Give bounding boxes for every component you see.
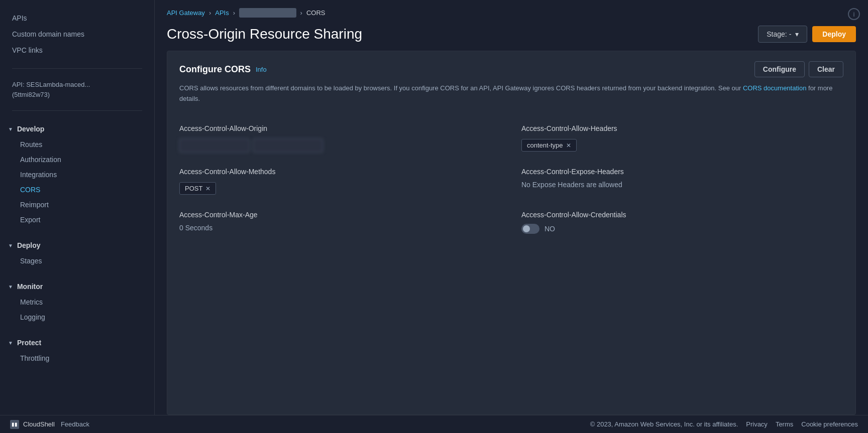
- header-tag-close[interactable]: ✕: [566, 142, 571, 149]
- breadcrumb-sep-2: ›: [233, 9, 235, 17]
- cors-expose-headers-label: Access-Control-Expose-Headers: [521, 168, 843, 176]
- sidebar-item-export[interactable]: Export: [0, 212, 154, 227]
- sidebar-item-routes[interactable]: Routes: [0, 137, 154, 152]
- origin-tag-0[interactable]: [179, 138, 250, 153]
- sidebar-section-monitor: ▼ Monitor Metrics Logging: [0, 273, 154, 330]
- cors-panel-title: Configure CORS: [179, 64, 251, 75]
- cors-max-age-value: 0 Seconds: [179, 224, 501, 232]
- cors-allow-headers-label: Access-Control-Allow-Headers: [521, 124, 843, 132]
- cors-allow-origin-label: Access-Control-Allow-Origin: [179, 124, 501, 132]
- sidebar-item-logging[interactable]: Logging: [0, 310, 154, 325]
- chevron-down-icon-deploy: ▼: [8, 243, 13, 248]
- page-title: Cross-Origin Resource Sharing: [167, 26, 362, 42]
- breadcrumb-api-gateway[interactable]: API Gateway: [167, 9, 205, 17]
- stage-dropdown-label: Stage: -: [767, 30, 791, 38]
- sidebar-section-monitor-header[interactable]: ▼ Monitor: [0, 278, 154, 295]
- page-header: Cross-Origin Resource Sharing Stage: - ▾…: [155, 22, 868, 51]
- footer-right: © 2023, Amazon Web Services, Inc. or its…: [590, 420, 858, 428]
- breadcrumb-sep-3: ›: [300, 9, 302, 17]
- cloudshell-icon: ▮▮: [10, 420, 19, 429]
- breadcrumb-apis[interactable]: APIs: [215, 9, 229, 17]
- cors-info-link[interactable]: Info: [256, 66, 267, 73]
- sidebar-section-develop-header[interactable]: ▼ Develop: [0, 121, 154, 137]
- cors-allow-credentials-toggle-row: NO: [521, 224, 843, 234]
- sidebar-section-protect: ▼ Protect Throttling: [0, 330, 154, 371]
- method-tag-0[interactable]: POST ✕: [179, 182, 216, 195]
- method-tag-close[interactable]: ✕: [205, 186, 210, 192]
- configure-button[interactable]: Configure: [754, 61, 805, 77]
- cors-max-age-label: Access-Control-Max-Age: [179, 211, 501, 219]
- footer: ▮▮ CloudShell Feedback © 2023, Amazon We…: [0, 415, 868, 433]
- breadcrumb-current: CORS: [306, 9, 325, 17]
- breadcrumb: API Gateway › APIs › › CORS: [155, 0, 868, 22]
- sidebar-api-info: API: SESLambda-maced... (5ttmi82w73): [0, 74, 154, 105]
- header-tag-0[interactable]: content-type ✕: [521, 139, 577, 152]
- sidebar-divider-2: [12, 110, 142, 111]
- footer-left: ▮▮ CloudShell Feedback: [10, 420, 89, 429]
- sidebar-item-throttling[interactable]: Throttling: [0, 351, 154, 366]
- deploy-button[interactable]: Deploy: [812, 26, 856, 42]
- chevron-down-icon-protect: ▼: [8, 340, 13, 346]
- sidebar-item-metrics[interactable]: Metrics: [0, 295, 154, 310]
- method-tag-text: POST: [185, 185, 202, 192]
- sidebar-section-deploy-label: Deploy: [17, 241, 41, 249]
- cors-allow-methods-field: Access-Control-Allow-Methods POST ✕: [179, 168, 501, 197]
- cors-allow-headers-tags: content-type ✕: [521, 137, 843, 154]
- cors-allow-headers-field: Access-Control-Allow-Headers content-typ…: [521, 124, 843, 154]
- cors-allow-origin-tags: [179, 137, 501, 154]
- sidebar-section-protect-label: Protect: [17, 339, 41, 347]
- stage-dropdown[interactable]: Stage: - ▾: [758, 26, 807, 43]
- sidebar-item-authorization[interactable]: Authorization: [0, 152, 154, 167]
- cors-description: CORS allows resources from different dom…: [179, 83, 843, 104]
- sidebar-item-integrations[interactable]: Integrations: [0, 167, 154, 182]
- sidebar-section-develop: ▼ Develop Routes Authorization Integrati…: [0, 116, 154, 232]
- sidebar: APIs Custom domain names VPC links API: …: [0, 0, 155, 415]
- sidebar-item-cors[interactable]: CORS: [0, 182, 154, 197]
- cloudshell-button[interactable]: ▮▮ CloudShell: [10, 420, 55, 429]
- header-actions: Stage: - ▾ Deploy: [758, 26, 856, 43]
- sidebar-section-protect-header[interactable]: ▼ Protect: [0, 335, 154, 351]
- chevron-down-icon-monitor: ▼: [8, 284, 13, 290]
- cors-grid: Access-Control-Allow-Origin Access-Contr…: [179, 114, 843, 244]
- allow-credentials-toggle-label: NO: [545, 225, 555, 233]
- sidebar-section-develop-label: Develop: [17, 125, 44, 133]
- breadcrumb-api-name: [239, 8, 296, 18]
- breadcrumb-sep-1: ›: [209, 9, 211, 17]
- cors-allow-origin-field: Access-Control-Allow-Origin: [179, 124, 501, 154]
- footer-privacy-link[interactable]: Privacy: [746, 420, 768, 428]
- cors-expose-headers-field: Access-Control-Expose-Headers No Expose …: [521, 168, 843, 197]
- cloudshell-label: CloudShell: [23, 420, 55, 428]
- sidebar-section-deploy: ▼ Deploy Stages: [0, 232, 154, 273]
- sidebar-section-deploy-header[interactable]: ▼ Deploy: [0, 237, 154, 253]
- sidebar-item-reimport[interactable]: Reimport: [0, 197, 154, 212]
- sidebar-item-custom-domain-names[interactable]: Custom domain names: [0, 26, 154, 42]
- cors-max-age-field: Access-Control-Max-Age 0 Seconds: [179, 211, 501, 234]
- footer-cookie-link[interactable]: Cookie preferences: [801, 420, 858, 428]
- cors-allow-methods-tags: POST ✕: [179, 181, 501, 197]
- origin-tag-1[interactable]: [253, 138, 323, 153]
- info-icon[interactable]: i: [848, 8, 860, 20]
- chevron-down-icon-stage: ▾: [795, 30, 799, 38]
- cors-panel-btns: Configure Clear: [754, 61, 843, 77]
- cors-expose-headers-value: No Expose Headers are allowed: [521, 181, 843, 189]
- cors-allow-methods-label: Access-Control-Allow-Methods: [179, 168, 501, 176]
- clear-button[interactable]: Clear: [809, 61, 843, 77]
- sidebar-item-vpc-links[interactable]: VPC links: [0, 42, 154, 58]
- cors-panel-title-row: Configure CORS Info: [179, 64, 267, 75]
- main-content: API Gateway › APIs › › CORS Cross-Origin…: [155, 0, 868, 415]
- sidebar-section-monitor-label: Monitor: [17, 282, 43, 291]
- cors-allow-credentials-field: Access-Control-Allow-Credentials NO: [521, 211, 843, 234]
- footer-copyright: © 2023, Amazon Web Services, Inc. or its…: [590, 420, 738, 428]
- footer-terms-link[interactable]: Terms: [776, 420, 793, 428]
- cors-docs-link[interactable]: CORS documentation: [743, 84, 806, 92]
- feedback-button[interactable]: Feedback: [61, 420, 89, 428]
- sidebar-item-apis[interactable]: APIs: [0, 10, 154, 26]
- sidebar-divider: [12, 68, 142, 69]
- cors-allow-credentials-label: Access-Control-Allow-Credentials: [521, 211, 843, 219]
- header-tag-text: content-type: [527, 141, 563, 149]
- allow-credentials-toggle[interactable]: [521, 224, 539, 234]
- cors-panel: Configure CORS Info Configure Clear CORS…: [167, 51, 856, 415]
- chevron-down-icon: ▼: [8, 126, 13, 132]
- cors-panel-header: Configure CORS Info Configure Clear: [179, 61, 843, 77]
- sidebar-item-stages[interactable]: Stages: [0, 253, 154, 268]
